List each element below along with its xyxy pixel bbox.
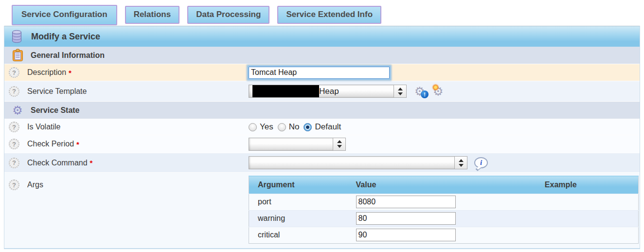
- section-title: General Information: [31, 51, 105, 60]
- tab-service-configuration[interactable]: Service Configuration: [12, 5, 117, 25]
- help-icon[interactable]: ?: [9, 67, 19, 78]
- select-spinner-icon[interactable]: [394, 85, 406, 97]
- description-label: Description: [27, 68, 66, 77]
- field-row-args: ? Args Argument Value Example port: [4, 173, 640, 248]
- table-row-port: port: [249, 194, 639, 210]
- field-row-check-period: ? Check Period *: [4, 135, 640, 153]
- template-edit-gear-icon[interactable]: ⚙: [433, 85, 447, 98]
- service-template-select[interactable]: Heap: [249, 85, 407, 98]
- argument-name: critical: [249, 227, 347, 243]
- field-row-check-command: ? Check Command * i: [4, 153, 640, 173]
- check-period-value: [249, 138, 333, 150]
- args-table-header-row: Argument Value Example: [249, 176, 639, 194]
- service-template-label: Service Template: [27, 87, 87, 96]
- argument-example: [483, 194, 639, 210]
- select-spinner-icon[interactable]: [333, 138, 345, 150]
- field-row-is-volatile: ? Is Volatile Yes No Default: [4, 119, 640, 135]
- check-period-label: Check Period: [27, 140, 74, 148]
- check-period-select[interactable]: [249, 138, 346, 151]
- help-icon[interactable]: ?: [9, 158, 19, 168]
- radio-default[interactable]: [304, 123, 312, 131]
- page-title: Modify a Service: [31, 32, 100, 42]
- tab-relations[interactable]: Relations: [125, 6, 180, 24]
- radio-no-label: No: [289, 122, 300, 132]
- radio-default-label: Default: [315, 122, 341, 132]
- required-mark: *: [90, 159, 93, 167]
- form-panel: Modify a Service General Information ? D…: [4, 26, 640, 249]
- field-row-description: ? Description *: [4, 64, 640, 81]
- column-header-value: Value: [347, 176, 483, 194]
- column-header-example: Example: [483, 176, 639, 194]
- radio-yes[interactable]: [249, 123, 257, 131]
- template-info-gear-icon[interactable]: ⚙ !: [414, 85, 428, 98]
- section-service-state: ⚙ Service State: [4, 102, 640, 119]
- required-mark: *: [69, 69, 72, 77]
- spark-icon: [433, 85, 438, 90]
- select-spinner-icon[interactable]: [454, 157, 467, 169]
- section-general-information: General Information: [4, 47, 640, 64]
- help-icon[interactable]: ?: [9, 122, 19, 132]
- tab-service-extended-info[interactable]: Service Extended Info: [277, 6, 381, 24]
- required-mark: *: [76, 140, 79, 148]
- is-volatile-label: Is Volatile: [27, 123, 60, 131]
- args-label: Args: [27, 180, 43, 189]
- description-input[interactable]: [249, 67, 390, 79]
- radio-yes-label: Yes: [260, 122, 273, 132]
- service-template-value: Heap: [319, 87, 339, 96]
- argument-name: warning: [249, 210, 347, 227]
- argument-example: [483, 210, 639, 227]
- tab-data-processing[interactable]: Data Processing: [187, 6, 269, 24]
- help-icon[interactable]: ?: [9, 86, 19, 97]
- args-table: Argument Value Example port warning: [249, 176, 639, 244]
- info-bubble-icon[interactable]: i: [474, 157, 488, 168]
- arg-warning-input[interactable]: [356, 212, 456, 225]
- check-command-value: [249, 157, 454, 169]
- column-header-argument: Argument: [249, 176, 347, 194]
- arg-critical-input[interactable]: [356, 229, 456, 241]
- field-row-service-template: ? Service Template Heap ⚙ ! ⚙: [4, 81, 640, 102]
- radio-no[interactable]: [278, 123, 286, 131]
- database-icon: [11, 30, 22, 43]
- redacted-text: [252, 85, 319, 97]
- clipboard-icon: [11, 49, 24, 62]
- help-icon[interactable]: ?: [9, 180, 19, 190]
- argument-example: [483, 227, 639, 243]
- section-title: Service State: [31, 106, 80, 115]
- is-volatile-radio-group: Yes No Default: [249, 122, 345, 132]
- argument-name: port: [249, 194, 347, 210]
- table-row-warning: warning: [249, 210, 639, 227]
- gear-icon: ⚙: [11, 104, 24, 117]
- tab-bar: Service Configuration Relations Data Pro…: [12, 5, 644, 26]
- arg-port-input[interactable]: [356, 196, 456, 208]
- table-row-critical: critical: [249, 227, 639, 243]
- check-command-select[interactable]: [249, 156, 467, 169]
- help-icon[interactable]: ?: [9, 139, 19, 149]
- info-badge-icon: !: [421, 90, 429, 98]
- page-title-bar: Modify a Service: [4, 26, 640, 47]
- check-command-label: Check Command: [27, 159, 88, 167]
